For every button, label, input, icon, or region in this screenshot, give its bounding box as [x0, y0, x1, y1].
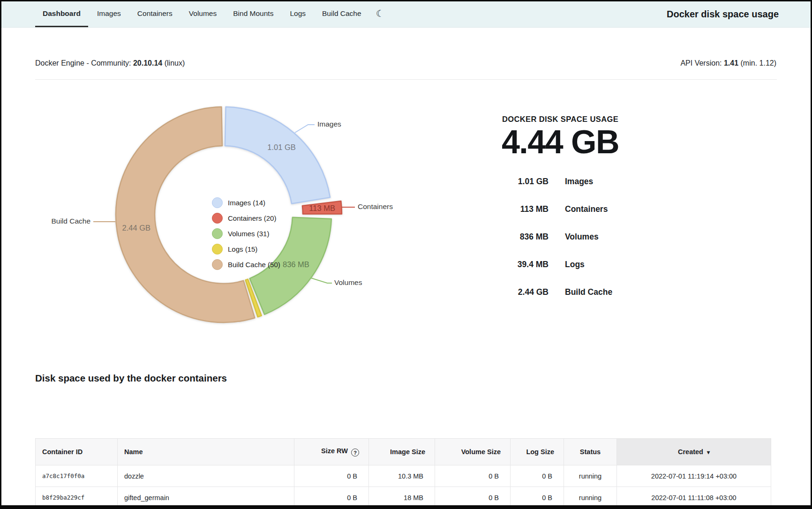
table-heading: Disk space used by the docker containers	[35, 373, 227, 384]
column-header-container-id[interactable]: Container ID	[36, 439, 118, 465]
tab-build-cache[interactable]: Build Cache	[315, 1, 369, 27]
slice-name-label-images: Images	[317, 120, 341, 128]
cell-volume-size: 0 B	[435, 465, 511, 487]
slice-name-label-build-cache: Build Cache	[51, 217, 90, 225]
legend-dot-containers	[212, 213, 223, 224]
column-label: Created	[678, 448, 703, 456]
donut-chart-svg: 1.01 GB113 MB836 MB2.44 GBImagesContaine…	[0, 84, 422, 333]
slice-images[interactable]	[225, 107, 330, 203]
cell-container-id: b8f29ba229cf	[36, 487, 118, 509]
cell-status: running	[564, 487, 617, 509]
slice-name-label-volumes: Volumes	[334, 278, 362, 286]
summary-size: 2.44 GB	[471, 287, 549, 297]
legend-dot-images	[212, 197, 223, 208]
engine-version: 20.10.14	[133, 59, 162, 67]
table-row[interactable]: a7c8c17f0f0adozzle0 B10.3 MB0 B0 Brunnin…	[36, 465, 771, 487]
summary-heading: DOCKER DISK SPACE USAGE	[471, 115, 649, 124]
column-header-created[interactable]: Created▾	[617, 439, 771, 465]
summary-total: 4.44 GB	[471, 126, 649, 158]
help-icon[interactable]: ?	[351, 449, 359, 457]
table-header-row: Container IDNameSize RW?Image SizeVolume…	[36, 439, 771, 465]
legend-label: Build Cache (50)	[228, 261, 280, 269]
api-label: API Version:	[680, 59, 722, 67]
summary-size: 1.01 GB	[471, 177, 549, 187]
cell-image-size: 18 MB	[369, 487, 435, 509]
legend-item-images[interactable]: Images (14)	[212, 196, 265, 209]
column-label: Container ID	[42, 448, 83, 456]
column-header-status[interactable]: Status	[564, 439, 617, 465]
cell-name: gifted_germain	[118, 487, 294, 509]
slice-value-label-containers: 113 MB	[309, 204, 335, 212]
tab-images[interactable]: Images	[90, 1, 128, 27]
cell-log-size: 0 B	[511, 487, 564, 509]
divider	[35, 79, 777, 80]
legend-dot-build-cache	[212, 259, 223, 270]
column-label: Log Size	[526, 448, 554, 456]
cell-created: 2022-07-01 11:19:14 +03:00	[617, 465, 771, 487]
summary-size: 836 MB	[471, 232, 549, 242]
slice-value-label-volumes: 836 MB	[283, 260, 309, 269]
tab-logs[interactable]: Logs	[282, 1, 313, 27]
summary-label: Volumes	[565, 232, 599, 242]
cell-image-size: 10.3 MB	[369, 465, 435, 487]
column-label: Name	[124, 448, 143, 456]
column-label: Size RW	[321, 447, 348, 455]
slice-name-label-containers: Containers	[358, 202, 393, 210]
legend-label: Logs (15)	[228, 245, 257, 253]
legend-label: Volumes (31)	[228, 230, 269, 238]
summary-rows: 1.01 GBImages113 MBContainers836 MBVolum…	[471, 168, 649, 306]
cell-created: 2022-07-01 11:11:08 +03:00	[617, 487, 771, 509]
disk-usage-summary: DOCKER DISK SPACE USAGE 4.44 GB 1.01 GBI…	[471, 115, 649, 306]
summary-label: Logs	[565, 260, 585, 269]
table-row[interactable]: b8f29ba229cfgifted_germain0 B18 MB0 B0 B…	[36, 487, 771, 509]
leader-line-images	[295, 125, 315, 133]
leader-line-volumes	[311, 278, 332, 283]
summary-row-volumes: 836 MBVolumes	[471, 223, 649, 251]
engine-platform: (linux)	[165, 59, 185, 67]
tab-dashboard[interactable]: Dashboard	[35, 1, 88, 27]
summary-row-build-cache: 2.44 GBBuild Cache	[471, 278, 649, 306]
column-header-size-rw[interactable]: Size RW?	[294, 439, 369, 465]
legend-dot-logs	[212, 244, 223, 254]
api-version-text: API Version: 1.41 (min. 1.12)	[680, 59, 776, 67]
cell-volume-size: 0 B	[435, 487, 511, 509]
api-version: 1.41	[724, 59, 738, 67]
disk-usage-donut-chart: 1.01 GB113 MB836 MB2.44 GBImagesContaine…	[0, 84, 422, 333]
cell-size-rw: 0 B	[294, 465, 369, 487]
engine-info-row: Docker Engine - Community: 20.10.14 (lin…	[35, 59, 776, 67]
summary-row-logs: 39.4 MBLogs	[471, 251, 649, 278]
engine-label: Docker Engine - Community:	[35, 59, 131, 67]
summary-size: 113 MB	[471, 204, 549, 214]
tab-volumes[interactable]: Volumes	[181, 1, 224, 27]
slice-value-label-images: 1.01 GB	[267, 143, 296, 151]
column-label: Status	[580, 448, 601, 456]
legend-dot-volumes	[212, 228, 223, 239]
summary-label: Build Cache	[565, 287, 612, 297]
api-min: (min. 1.12)	[741, 59, 776, 67]
app-title: Docker disk space usage	[667, 1, 779, 27]
legend-item-logs[interactable]: Logs (15)	[212, 243, 257, 255]
slice-value-label-build-cache: 2.44 GB	[122, 224, 151, 232]
legend-item-volumes[interactable]: Volumes (31)	[212, 227, 269, 240]
tab-containers[interactable]: Containers	[130, 1, 180, 27]
summary-size: 39.4 MB	[471, 260, 549, 269]
cell-name: dozzle	[118, 465, 294, 487]
cell-container-id: a7c8c17f0f0a	[36, 465, 118, 487]
column-header-log-size[interactable]: Log Size	[511, 439, 564, 465]
legend-item-build-cache[interactable]: Build Cache (50)	[212, 258, 280, 270]
column-header-name[interactable]: Name	[118, 439, 294, 465]
summary-row-images: 1.01 GBImages	[471, 168, 649, 195]
summary-row-containers: 113 MBContainers	[471, 195, 649, 223]
navbar: DashboardImagesContainersVolumesBind Mou…	[1, 1, 811, 28]
cell-status: running	[564, 465, 617, 487]
column-header-image-size[interactable]: Image Size	[369, 439, 435, 465]
column-header-volume-size[interactable]: Volume Size	[435, 439, 511, 465]
summary-label: Images	[565, 177, 593, 187]
tab-bind-mounts[interactable]: Bind Mounts	[226, 1, 281, 27]
summary-label: Containers	[565, 204, 608, 214]
cell-size-rw: 0 B	[294, 487, 369, 509]
moon-icon: ☾	[376, 8, 384, 19]
legend-item-containers[interactable]: Containers (20)	[212, 212, 276, 224]
column-label: Volume Size	[461, 448, 501, 456]
theme-toggle-button[interactable]: ☾	[370, 1, 390, 27]
